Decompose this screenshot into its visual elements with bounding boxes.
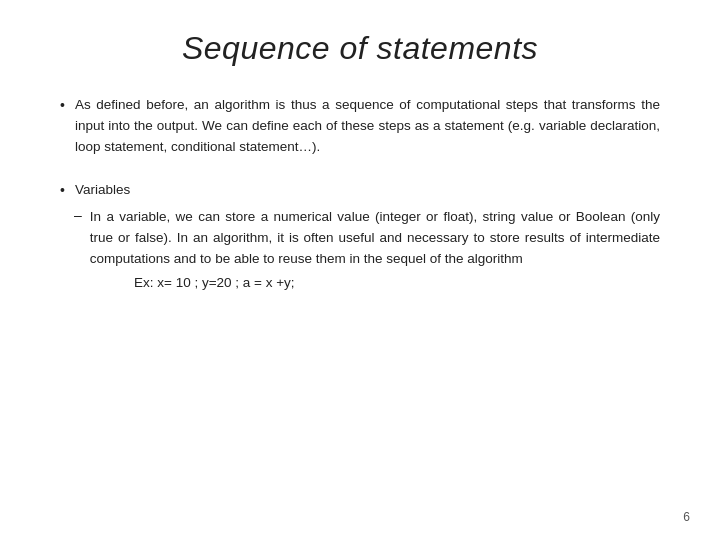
- sub-bullet-dash-1: –: [74, 207, 82, 223]
- bullet-text-1: As defined before, an algorithm is thus …: [75, 95, 660, 158]
- bullet-dot-2: •: [60, 182, 65, 198]
- bullet-section-2: • Variables – In a variable, we can stor…: [60, 180, 660, 291]
- content-area: • As defined before, an algorithm is thu…: [50, 95, 670, 290]
- slide-container: Sequence of statements • As defined befo…: [0, 0, 720, 540]
- bullet-section-1: • As defined before, an algorithm is thu…: [60, 95, 660, 158]
- bullet-item-1: • As defined before, an algorithm is thu…: [60, 95, 660, 158]
- bullet-item-2: • Variables: [60, 180, 660, 201]
- page-number: 6: [683, 510, 690, 524]
- slide-title: Sequence of statements: [50, 30, 670, 67]
- bullet-label-2: Variables: [75, 180, 660, 201]
- example-line: Ex: x= 10 ; y=20 ; a = x +y;: [74, 275, 660, 290]
- sub-bullet-text-1: In a variable, we can store a numerical …: [90, 207, 660, 270]
- sub-bullet-item-1: – In a variable, we can store a numerica…: [74, 207, 660, 270]
- sub-bullet-section: – In a variable, we can store a numerica…: [60, 207, 660, 291]
- bullet-dot-1: •: [60, 97, 65, 113]
